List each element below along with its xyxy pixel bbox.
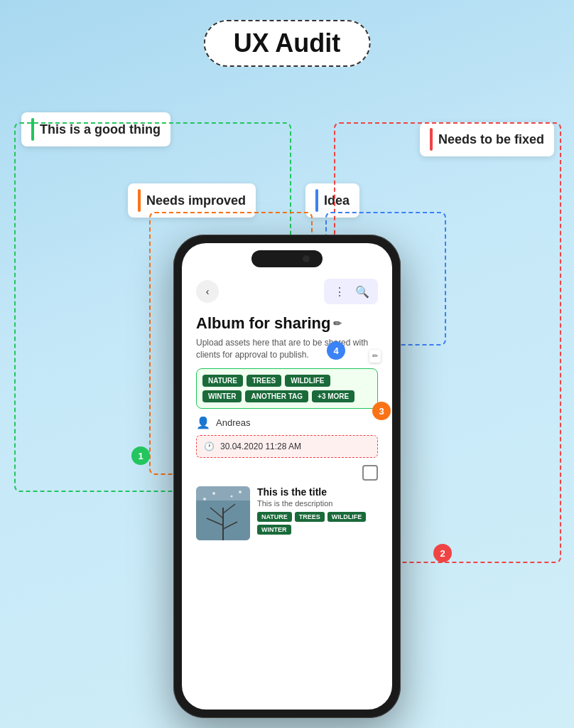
date-value: 30.04.2020 11:28 AM [220,441,301,451]
phone-screen: ‹ ⋮ 🔍 Album for sharing ✏ [182,243,392,710]
label-good-text: This is a good thing [40,122,161,137]
search-button[interactable]: 🔍 [354,283,371,300]
badge-3: 3 [372,402,391,420]
menu-button[interactable]: ⋮ [331,283,348,300]
tag-wildlife[interactable]: WILDLIFE [285,375,330,387]
label-improve: Needs improved [128,183,256,218]
svg-point-9 [231,495,233,497]
phone-mockup: ‹ ⋮ 🔍 Album for sharing ✏ [173,235,401,718]
badge-1: 1 [131,446,150,465]
checkbox-area [196,465,378,481]
screen-content: ‹ ⋮ 🔍 Album for sharing ✏ [182,243,392,710]
badge-2: 2 [433,544,452,562]
media-thumbnail [196,486,250,540]
media-item: This is the title This is the descriptio… [196,486,378,540]
media-tags: NATURE TREES WILDLIFE WINTER [257,512,378,535]
album-title: Album for sharing ✏ [196,314,378,333]
svg-point-8 [212,492,215,495]
fix-color-bar [430,128,433,151]
media-title: This is the title [257,486,378,498]
label-good: This is a good thing [21,112,170,146]
label-idea: Idea [305,183,359,218]
back-icon: ‹ [206,286,210,297]
page-title: UX Audit [234,28,341,58]
improve-color-bar [138,189,141,212]
idea-color-bar [315,189,318,212]
album-edit-icon[interactable]: ✏ [333,318,342,329]
page-title-container: UX Audit [204,20,371,67]
menu-icon: ⋮ [334,285,345,299]
album-description: Upload assets here that are to be shared… [196,337,378,361]
author-icon: 👤 [196,416,210,429]
phone-notch [251,250,323,267]
media-tag-winter[interactable]: WINTER [257,525,291,535]
label-fix: Needs to be fixed [420,122,554,156]
clock-icon: 🕐 [204,441,215,451]
tag-winter[interactable]: WINTER [202,390,242,402]
good-color-bar [31,118,34,141]
tag-more[interactable]: +3 MORE [312,390,354,402]
select-checkbox[interactable] [362,465,378,481]
desc-edit-icon[interactable]: ✏ [369,350,381,363]
author-name: Andreas [216,417,250,428]
svg-point-10 [239,491,242,493]
badge-4: 4 [327,341,345,360]
media-tag-nature[interactable]: NATURE [257,512,292,522]
media-tag-trees[interactable]: TREES [295,512,325,522]
label-idea-text: Idea [324,193,350,208]
tags-area: NATURE TREES WILDLIFE WINTER ANOTHER TAG… [196,368,378,409]
header-icon-group: ⋮ 🔍 [324,279,378,304]
screen-header: ‹ ⋮ 🔍 [196,279,378,304]
media-tag-wildlife[interactable]: WILDLIFE [327,512,367,522]
search-icon: 🔍 [355,285,369,299]
tag-another[interactable]: ANOTHER TAG [245,390,308,402]
phone-outer: ‹ ⋮ 🔍 Album for sharing ✏ [173,235,401,718]
label-fix-text: Needs to be fixed [438,132,544,147]
media-info: This is the title This is the descriptio… [257,486,378,535]
tag-nature[interactable]: NATURE [202,375,243,387]
tag-trees[interactable]: TREES [247,375,281,387]
media-desc: This is the description [257,499,378,508]
author-row: 👤 Andreas [196,416,378,429]
date-row: 🕐 30.04.2020 11:28 AM [196,435,378,458]
back-button[interactable]: ‹ [196,280,219,303]
svg-point-7 [203,498,206,500]
label-improve-text: Needs improved [146,193,246,208]
